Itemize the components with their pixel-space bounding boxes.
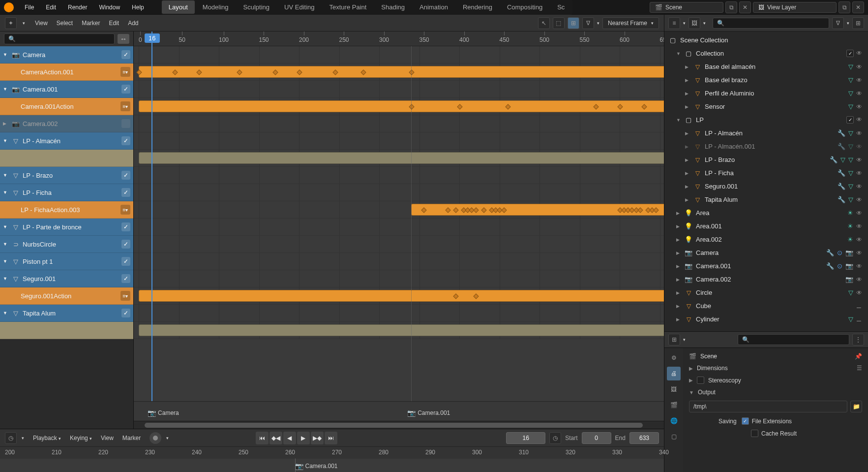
track-row[interactable] bbox=[134, 115, 664, 132]
keyframe-icon[interactable] bbox=[333, 69, 338, 75]
nla-ruler[interactable]: 16 0501001502002503003504004505005506006… bbox=[134, 31, 664, 46]
nla-scrollbar[interactable] bbox=[134, 421, 664, 429]
track-row[interactable] bbox=[134, 253, 664, 270]
keyframe-icon[interactable] bbox=[297, 69, 302, 75]
scene-selector[interactable]: 🎬Scene bbox=[650, 2, 723, 13]
outliner-item[interactable]: ▶▽Perfil de Aluminio▽👁 bbox=[664, 87, 868, 100]
nla-menu-edit[interactable]: Edit bbox=[105, 18, 123, 29]
keyframe-icon[interactable] bbox=[473, 207, 479, 213]
file-extensions-checkbox[interactable] bbox=[742, 417, 749, 425]
visibility-eye-icon[interactable]: 👁 bbox=[856, 50, 864, 57]
props-section-stereoscopy[interactable]: ▶ Stereoscopy bbox=[689, 377, 862, 384]
keyframe-icon[interactable] bbox=[173, 69, 178, 75]
track-row[interactable] bbox=[134, 270, 664, 287]
outliner-item[interactable]: ▶💡Area☀👁 bbox=[664, 206, 868, 220]
outliner-item[interactable]: ▶📷Camera.001🔧⊙📷👁 bbox=[664, 259, 868, 273]
scene-close-icon[interactable]: ✕ bbox=[739, 1, 751, 13]
visibility-eye-icon[interactable]: 👁 bbox=[856, 63, 864, 70]
outliner-item[interactable]: ▶▽LP - Almacén.001🔧▽👁 bbox=[664, 140, 868, 153]
cache-result-checkbox[interactable] bbox=[751, 430, 758, 437]
visibility-eye-icon[interactable]: 👁 bbox=[856, 130, 864, 137]
viewlayer-close-icon[interactable]: ✕ bbox=[852, 1, 864, 13]
timeline-marker[interactable]: 📷Camera.001 bbox=[295, 462, 338, 470]
nla-strip[interactable] bbox=[139, 100, 664, 112]
nla-strip[interactable] bbox=[139, 290, 664, 302]
channel-menu-icon[interactable]: ≡▾ bbox=[120, 67, 130, 77]
output-path-input[interactable] bbox=[689, 401, 847, 412]
nla-channel[interactable]: ▼▽LP - Almacén✓ bbox=[0, 132, 133, 150]
visibility-eye-icon[interactable]: 👁 bbox=[856, 116, 864, 124]
channel-menu-icon[interactable]: ≡▾ bbox=[120, 291, 130, 301]
props-section-dimensions[interactable]: ▶Dimensions ☰ bbox=[689, 365, 862, 372]
tab-compositing[interactable]: Compositing bbox=[500, 0, 549, 14]
visibility-eye-icon[interactable]: 👁 bbox=[856, 236, 864, 243]
track-row[interactable] bbox=[134, 98, 664, 115]
nla-menu-select[interactable]: Select bbox=[53, 18, 77, 29]
visibility-eye-icon[interactable]: 👁 bbox=[856, 183, 864, 190]
timeline-area[interactable]: 📷Camera.001 bbox=[0, 459, 664, 472]
menu-window[interactable]: Window bbox=[93, 2, 126, 13]
track-row[interactable] bbox=[134, 201, 664, 219]
nla-channel[interactable]: ▼▽LP - Ficha✓ bbox=[0, 184, 133, 201]
nla-channel[interactable]: ▼📷Camera✓ bbox=[0, 46, 133, 63]
channel-checkbox[interactable]: ✓ bbox=[121, 257, 130, 266]
tab-uv-editing[interactable]: UV Editing bbox=[277, 0, 321, 14]
outliner-item[interactable]: ▶▽Sensor▽👁 bbox=[664, 100, 868, 113]
outliner-item[interactable]: ▶▽Base del almacén▽👁 bbox=[664, 60, 868, 73]
props-editor-icon[interactable]: ⊞ bbox=[668, 334, 680, 346]
viewlayer-copy-icon[interactable]: ⧉ bbox=[838, 1, 850, 13]
outliner-new-collection-icon[interactable]: ⊞ bbox=[852, 17, 864, 29]
nla-strip[interactable] bbox=[139, 324, 664, 336]
nla-channel[interactable]: Seguro.001Action≡▾ bbox=[0, 287, 133, 305]
outliner-item[interactable]: ▶▽Cylinder▽⚊ bbox=[664, 313, 868, 326]
channel-menu-icon[interactable]: ≡▾ bbox=[120, 101, 130, 111]
tab-modeling[interactable]: Modeling bbox=[196, 0, 236, 14]
select-tweak-icon[interactable]: ⊞ bbox=[568, 17, 579, 29]
scene-copy-icon[interactable]: ⧉ bbox=[725, 1, 737, 13]
nla-channel[interactable]: ▼▽Piston pt 1✓ bbox=[0, 253, 133, 270]
timeline-menu-marker[interactable]: Marker bbox=[119, 433, 145, 443]
current-frame-input[interactable]: 16 bbox=[506, 432, 545, 444]
track-row[interactable] bbox=[134, 150, 664, 167]
timeline-menu-playback[interactable]: Playback ▾ bbox=[29, 433, 65, 443]
snap-mode-dropdown[interactable]: Nearest Frame▾ bbox=[602, 17, 659, 29]
track-row[interactable] bbox=[134, 305, 664, 322]
track-row[interactable] bbox=[134, 287, 664, 305]
nla-channel[interactable]: LP - FichaAction.003≡▾ bbox=[0, 201, 133, 219]
outliner-root[interactable]: ▢ Scene Collection bbox=[664, 33, 868, 47]
track-row[interactable] bbox=[134, 236, 664, 253]
nla-channel[interactable]: CameraAction.001≡▾ bbox=[0, 63, 133, 81]
menu-help[interactable]: Help bbox=[126, 2, 150, 13]
props-tab-output[interactable]: 🖨 bbox=[667, 367, 681, 380]
track-row[interactable] bbox=[134, 184, 664, 201]
channel-menu-icon[interactable]: ≡▾ bbox=[120, 205, 130, 215]
keyframe-icon[interactable] bbox=[457, 104, 462, 109]
props-tab-viewlayer[interactable]: 🖼 bbox=[667, 382, 681, 396]
outliner-item[interactable]: ▶📷Camera🔧⊙📷👁 bbox=[664, 246, 868, 259]
nla-channel[interactable] bbox=[0, 150, 133, 167]
tab-layout[interactable]: Layout bbox=[162, 0, 195, 14]
channel-checkbox[interactable]: ✓ bbox=[121, 85, 130, 94]
channel-checkbox[interactable]: ✓ bbox=[121, 50, 130, 59]
outliner-item[interactable]: ▶▽LP - Ficha🔧▽👁 bbox=[664, 166, 868, 180]
start-frame-input[interactable]: 0 bbox=[582, 432, 611, 444]
visibility-eye-icon[interactable]: 👁 bbox=[856, 103, 864, 110]
nla-channel[interactable] bbox=[0, 322, 133, 339]
outliner-item[interactable]: ▶💡Area.002☀👁 bbox=[664, 233, 868, 246]
nla-channel[interactable]: ▼▽LP - Parte de bronce✓ bbox=[0, 219, 133, 236]
collection-enable-checkbox[interactable] bbox=[846, 50, 854, 57]
channel-checkbox[interactable]: ✓ bbox=[121, 188, 130, 197]
props-options-icon[interactable]: ⋮ bbox=[852, 334, 864, 346]
list-icon[interactable]: ☰ bbox=[857, 365, 862, 372]
nla-channel[interactable]: ▼▽Tapita Alum✓ bbox=[0, 305, 133, 322]
track-row[interactable] bbox=[134, 46, 664, 63]
timeline-menu-keying[interactable]: Keying ▾ bbox=[66, 433, 96, 443]
keyframe-icon[interactable] bbox=[136, 69, 142, 75]
channel-checkbox[interactable]: ✓ bbox=[121, 309, 130, 317]
marker-area[interactable]: 📷Camera📷Camera.001 bbox=[134, 401, 664, 421]
outliner-item[interactable]: ▶📷Camera.002📷👁 bbox=[664, 273, 868, 286]
visibility-eye-icon[interactable]: 👁 bbox=[856, 289, 864, 296]
timeline-header-icon[interactable]: ◷ bbox=[5, 432, 17, 444]
outliner-item[interactable]: ▶▽Base del brazo▽👁 bbox=[664, 73, 868, 87]
track-row[interactable] bbox=[134, 167, 664, 184]
